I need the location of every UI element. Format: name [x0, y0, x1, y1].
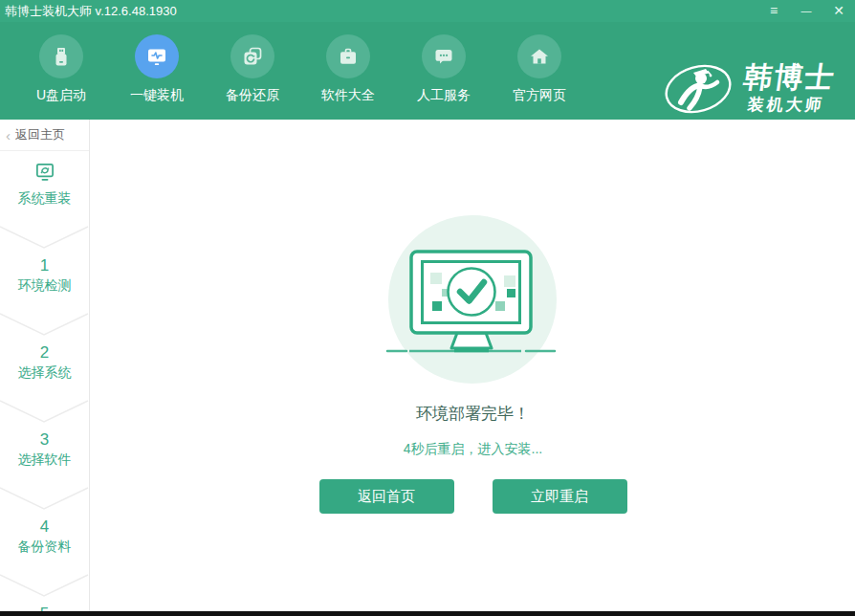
sidebar-step-select-software[interactable]: 3 选择软件	[0, 430, 89, 469]
step-label: 备份资料	[0, 539, 89, 556]
nav-label: 备份还原	[226, 87, 279, 104]
restart-now-button[interactable]: 立即重启	[493, 479, 627, 514]
title-bar: 韩博士装机大师 v.12.6.48.1930 ≡ — ✕	[0, 0, 855, 22]
brand-name: 韩博士	[742, 63, 838, 92]
monitor-pulse-icon	[135, 34, 179, 78]
app-window: 韩博士装机大师 v.12.6.48.1930 ≡ — ✕ U盘启动	[0, 0, 855, 616]
nav-label: U盘启动	[36, 87, 86, 104]
sidebar: ‹ 返回主页 系统重装 1 环境检测 2	[0, 120, 90, 611]
nav-item-backup-restore[interactable]: 备份还原	[205, 34, 300, 104]
back-home-button[interactable]: 返回首页	[319, 479, 454, 514]
window-bottom-edge	[0, 611, 855, 616]
minimize-icon[interactable]: —	[798, 0, 815, 22]
status-title: 环境部署完毕！	[91, 403, 855, 425]
nav-label: 一键装机	[130, 87, 184, 104]
chevron-left-icon: ‹	[6, 127, 11, 143]
sidebar-step-env-check[interactable]: 1 环境检测	[0, 256, 89, 295]
step-label: 选择系统	[0, 364, 89, 382]
main-content: 环境部署完毕！ 4秒后重启，进入安装... 返回首页 立即重启	[91, 120, 855, 611]
nav-item-software-collection[interactable]: 软件大全	[300, 34, 396, 104]
step-number: 4	[0, 517, 89, 537]
brand-logo: 韩博士 装机大师	[662, 58, 834, 120]
window-controls: ≡ — ✕	[765, 0, 847, 22]
step-number: 1	[0, 256, 89, 275]
brand-subtitle: 装机大师	[738, 94, 833, 116]
step-separator-chevron	[0, 573, 89, 598]
nav-item-one-key-install[interactable]: 一键装机	[109, 34, 205, 104]
deployment-complete-illustration	[378, 212, 569, 385]
nav-label: 人工服务	[417, 87, 471, 104]
nav-item-official-website[interactable]: 官方网页	[492, 34, 587, 104]
back-to-home-button[interactable]: ‹ 返回主页	[0, 120, 89, 151]
top-nav: U盘启动 一键装机 备份还原	[0, 22, 855, 120]
menu-icon[interactable]: ≡	[765, 0, 782, 22]
window-title: 韩博士装机大师 v.12.6.48.1930	[5, 3, 177, 20]
nav-label: 软件大全	[321, 87, 375, 104]
step-separator-chevron	[0, 312, 89, 337]
brand-logo-text: 韩博士 装机大师	[738, 63, 838, 116]
nav-label: 官方网页	[513, 87, 566, 104]
chat-bubble-icon	[422, 34, 466, 78]
step-number: 2	[0, 343, 89, 363]
back-to-home-label: 返回主页	[15, 126, 65, 143]
step-separator-chevron	[0, 486, 89, 511]
step-separator-chevron	[0, 225, 89, 250]
sidebar-step-select-system[interactable]: 2 选择系统	[0, 343, 89, 382]
close-icon[interactable]: ✕	[830, 0, 847, 22]
nav-item-customer-service[interactable]: 人工服务	[396, 34, 492, 104]
action-buttons: 返回首页 立即重启	[91, 479, 855, 514]
brand-logo-icon	[662, 58, 734, 120]
countdown-text: 4秒后重启，进入安装...	[91, 441, 855, 458]
step-label: 选择软件	[0, 451, 89, 469]
step-label: 环境检测	[0, 277, 89, 295]
sidebar-step-backup-data[interactable]: 4 备份资料	[0, 517, 89, 556]
step-number: 3	[0, 430, 89, 450]
nav-item-usb-boot[interactable]: U盘启动	[13, 34, 109, 104]
monitor-refresh-icon	[33, 160, 57, 185]
usb-drive-icon	[39, 34, 83, 78]
home-icon	[517, 34, 561, 78]
sidebar-item-system-reinstall[interactable]: 系统重装	[0, 151, 89, 208]
sidebar-section-label: 系统重装	[0, 190, 89, 208]
step-separator-chevron	[0, 399, 89, 424]
briefcase-icon	[326, 34, 370, 78]
backup-restore-icon	[230, 34, 274, 78]
